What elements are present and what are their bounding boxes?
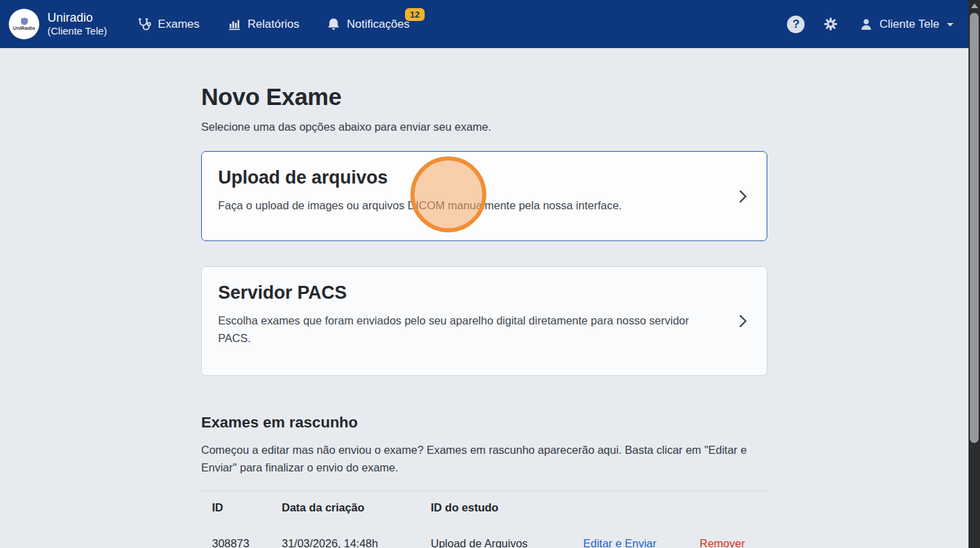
uniradio-logo: UniRadio xyxy=(9,9,39,39)
edit-and-send-link[interactable]: Editar e Enviar xyxy=(583,537,700,548)
user-icon xyxy=(859,18,873,31)
chevron-right-icon xyxy=(733,312,752,331)
help-icon[interactable]: ? xyxy=(787,16,805,33)
nav-label: Relatórios xyxy=(248,18,300,31)
navbar-right: ? Cliente Tel xyxy=(787,16,954,33)
nav-item-relatorios[interactable]: Relatórios xyxy=(227,17,300,32)
col-header-created: Data da criação xyxy=(282,501,431,514)
col-header-study: ID do estudo xyxy=(431,501,583,514)
chevron-down-icon xyxy=(947,23,954,30)
settings-button[interactable] xyxy=(823,16,838,32)
app-window: UniRadio Uniradio (Cliente Tele) Exames xyxy=(0,0,968,548)
shield-icon xyxy=(21,18,28,25)
card-description: Faça o upload de images ou arquivos DICO… xyxy=(218,196,719,214)
brand-home-link[interactable]: UniRadio Uniradio (Cliente Tele) xyxy=(9,9,107,39)
cell-created-date: 31/03/2026, 14:48h xyxy=(282,537,431,548)
cell-exam-id: 308873 xyxy=(212,537,282,548)
nav-label: Notificações xyxy=(347,18,410,31)
main-content: Novo Exame Selecione uma das opções abai… xyxy=(201,48,767,548)
vertical-scrollbar[interactable] xyxy=(968,0,980,548)
brand-title: Uniradio xyxy=(47,11,107,26)
col-header-id: ID xyxy=(212,501,282,514)
gear-icon xyxy=(823,16,838,32)
scrollbar-up-arrow[interactable] xyxy=(968,0,980,12)
option-card-upload[interactable]: Upload de arquivos Faça o upload de imag… xyxy=(201,151,767,241)
stethoscope-icon xyxy=(137,17,152,32)
drafts-section-description: Começou a editar mas não enviou o exame?… xyxy=(201,441,767,476)
page-title: Novo Exame xyxy=(201,83,767,110)
main-nav: Exames Relatórios Notificações 12 xyxy=(137,17,410,32)
cell-study-id: Upload de Arquivos xyxy=(431,537,583,548)
logo-text: UniRadio xyxy=(13,25,35,31)
nav-label: Exames xyxy=(158,18,199,31)
notifications-badge: 12 xyxy=(405,8,424,22)
nav-item-notificacoes[interactable]: Notificações 12 xyxy=(326,17,410,32)
page-subtitle: Selecione uma das opções abaixo para env… xyxy=(201,121,767,133)
nav-item-exames[interactable]: Exames xyxy=(137,17,199,32)
brand-text: Uniradio (Cliente Tele) xyxy=(47,11,107,38)
table-row: 308873 31/03/2026, 14:48h Upload de Arqu… xyxy=(201,524,767,548)
drafts-section-title: Exames em rascunho xyxy=(201,414,767,431)
remove-link[interactable]: Remover xyxy=(700,537,757,548)
drafts-table: ID Data da criação ID do estudo 308873 3… xyxy=(201,490,767,548)
card-title: Upload de arquivos xyxy=(218,167,719,188)
scrollbar-thumb[interactable] xyxy=(970,13,979,443)
chevron-right-icon xyxy=(733,187,752,205)
top-navbar: UniRadio Uniradio (Cliente Tele) Exames xyxy=(0,0,968,48)
card-description: Escolha exames que foram enviados pelo s… xyxy=(218,312,719,347)
option-card-pacs[interactable]: Servidor PACS Escolha exames que foram e… xyxy=(201,266,767,376)
table-header-row: ID Data da criação ID do estudo xyxy=(201,491,767,524)
user-menu[interactable]: Cliente Tele xyxy=(859,18,954,31)
bell-icon xyxy=(326,17,341,32)
brand-subtitle: (Cliente Tele) xyxy=(47,25,107,37)
user-name: Cliente Tele xyxy=(879,18,939,31)
card-title: Servidor PACS xyxy=(218,282,719,303)
bar-chart-icon xyxy=(227,17,242,32)
